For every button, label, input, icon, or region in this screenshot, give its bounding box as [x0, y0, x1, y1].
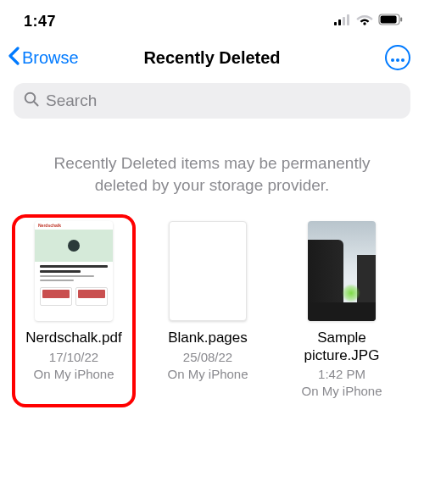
- back-label: Browse: [22, 48, 79, 68]
- svg-point-9: [396, 58, 399, 62]
- file-location: On My iPhone: [33, 366, 114, 383]
- svg-rect-7: [400, 18, 402, 22]
- file-date: 1:42 PM: [318, 366, 365, 383]
- file-name: Blank.pages: [168, 330, 248, 346]
- chevron-left-icon: [7, 47, 20, 69]
- svg-point-4: [363, 22, 365, 25]
- status-bar: 1:47: [0, 0, 424, 37]
- file-thumbnail: Nerdschalk: [35, 221, 113, 321]
- svg-rect-0: [334, 22, 337, 25]
- file-item[interactable]: Blank.pages 25/08/22 On My iPhone: [153, 221, 263, 400]
- file-location: On My iPhone: [167, 366, 248, 383]
- file-thumbnail: [308, 221, 376, 321]
- info-message: Recently Deleted items may be permanentl…: [0, 129, 424, 221]
- svg-rect-6: [381, 16, 397, 24]
- file-name: Sample picture.JPG: [287, 330, 397, 364]
- status-indicators: [334, 14, 404, 29]
- battery-icon: [378, 14, 404, 29]
- more-button[interactable]: [385, 45, 410, 70]
- file-item[interactable]: Nerdschalk Nerdschalk.pdf 17/10/22 On My…: [19, 221, 129, 400]
- svg-rect-2: [343, 17, 345, 25]
- search-container: Search: [0, 78, 424, 129]
- files-grid: Nerdschalk Nerdschalk.pdf 17/10/22 On My…: [0, 221, 424, 400]
- status-time: 1:47: [24, 13, 56, 30]
- wifi-icon: [356, 14, 373, 29]
- file-name: Nerdschalk.pdf: [25, 330, 121, 346]
- search-input[interactable]: Search: [14, 83, 410, 119]
- cellular-icon: [334, 14, 351, 29]
- search-placeholder: Search: [46, 91, 97, 110]
- svg-point-10: [401, 58, 404, 62]
- file-item[interactable]: Sample picture.JPG 1:42 PM On My iPhone: [287, 221, 397, 400]
- ellipsis-icon: [391, 50, 404, 65]
- svg-point-8: [391, 58, 394, 62]
- file-location: On My iPhone: [301, 383, 382, 400]
- svg-rect-3: [347, 14, 349, 25]
- back-button[interactable]: Browse: [7, 47, 79, 69]
- file-date: 17/10/22: [49, 349, 98, 366]
- search-icon: [24, 91, 39, 111]
- navigation-bar: Browse Recently Deleted: [0, 37, 424, 78]
- file-date: 25/08/22: [183, 349, 232, 366]
- svg-rect-1: [338, 19, 341, 25]
- file-thumbnail: [169, 221, 247, 321]
- svg-line-12: [34, 102, 38, 106]
- page-title: Recently Deleted: [143, 48, 280, 68]
